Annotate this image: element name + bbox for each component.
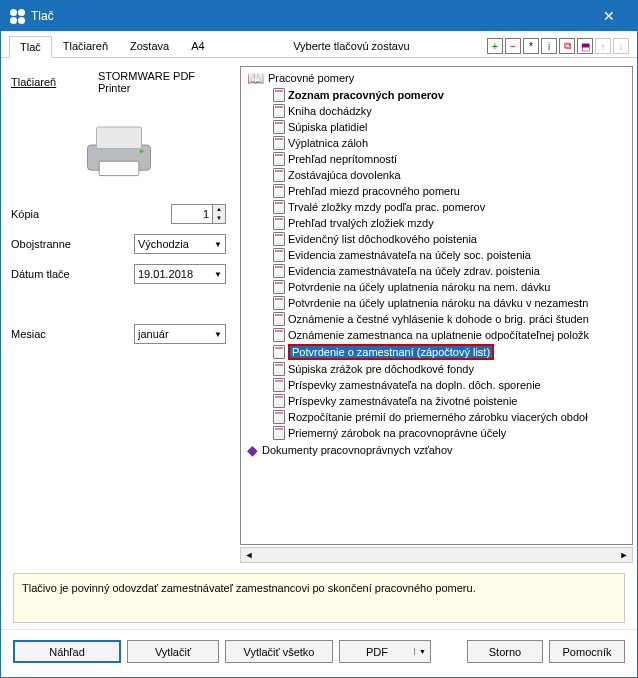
tree-item[interactable]: Potvrdenie na účely uplatnenia nároku na… xyxy=(243,279,630,295)
page-icon xyxy=(273,248,285,262)
tree-item[interactable]: Trvalé zložky mzdy podľa prac. pomerov xyxy=(243,199,630,215)
tree-item[interactable]: Priemerný zárobok na pracovnoprávne účel… xyxy=(243,425,630,441)
tree-item[interactable]: Prehľad trvalých zložiek mzdy xyxy=(243,215,630,231)
print-button[interactable]: Vytlačiť xyxy=(127,640,219,663)
month-label: Mesiac xyxy=(11,328,101,340)
print-dialog: Tlač ✕ Tlač Tlačiareň Zostava A4 Vyberte… xyxy=(0,0,638,678)
titlebar: Tlač ✕ xyxy=(1,1,637,31)
copy-icon[interactable]: ⧉ xyxy=(559,38,575,54)
page-icon xyxy=(273,232,285,246)
svg-rect-2 xyxy=(99,161,139,175)
pdf-button[interactable]: PDF ▼ xyxy=(339,640,431,663)
tab-tlac[interactable]: Tlač xyxy=(9,36,52,58)
tree-item[interactable]: Evidencia zamestnávateľa na účely soc. p… xyxy=(243,247,630,263)
page-icon xyxy=(273,136,285,150)
page-icon xyxy=(273,394,285,408)
tree-item[interactable]: Oznámenie zamestnanca na uplatnenie odpo… xyxy=(243,327,630,343)
page-icon xyxy=(273,152,285,166)
toolbar: + − * i ⧉ ⬒ ↑ ↓ xyxy=(487,38,629,54)
chevron-down-icon: ▼ xyxy=(214,330,222,339)
svg-point-3 xyxy=(139,149,143,153)
remove-icon[interactable]: − xyxy=(505,38,521,54)
tab-tlaciaren[interactable]: Tlačiareň xyxy=(52,35,119,57)
page-icon xyxy=(273,104,285,118)
print-all-button[interactable]: Vytlačiť všetko xyxy=(225,640,333,663)
chevron-down-icon[interactable]: ▼ xyxy=(414,648,430,655)
star-icon[interactable]: * xyxy=(523,38,539,54)
tree-item[interactable]: Potvrdenie na účely uplatnenia nároku na… xyxy=(243,295,630,311)
tree-item[interactable]: Príspevky zamestnávateľa na životné pois… xyxy=(243,393,630,409)
page-icon xyxy=(273,216,285,230)
tree-item[interactable]: Príspevky zamestnávateľa na dopln. dôch.… xyxy=(243,377,630,393)
page-icon xyxy=(273,280,285,294)
date-select[interactable]: 19.01.2018▼ xyxy=(134,264,226,284)
page-icon xyxy=(273,328,285,342)
help-button[interactable]: Pomocník xyxy=(549,640,625,663)
horizontal-scrollbar[interactable]: ◄ ► xyxy=(240,547,633,563)
page-icon xyxy=(273,264,285,278)
tab-row: Tlač Tlačiareň Zostava A4 Vyberte tlačov… xyxy=(1,31,637,58)
tree-item[interactable]: Zostávajúca dovolenka xyxy=(243,167,630,183)
report-tree[interactable]: 📖 Pracovné pomery Zoznam pracovných pome… xyxy=(240,66,633,545)
printer-value: STORMWARE PDF Printer xyxy=(98,70,226,94)
page-icon xyxy=(273,378,285,392)
page-icon xyxy=(273,345,285,359)
preview-button[interactable]: Náhľad xyxy=(13,640,121,663)
tree-item[interactable]: Kniha dochádzky xyxy=(243,103,630,119)
page-icon xyxy=(273,410,285,424)
scroll-right[interactable]: ► xyxy=(616,550,632,560)
page-icon xyxy=(273,120,285,134)
cancel-button[interactable]: Storno xyxy=(467,640,543,663)
tree-item[interactable]: Oznámenie a čestné vyhlásenie k dohode o… xyxy=(243,311,630,327)
footer: Náhľad Vytlačiť Vytlačiť všetko PDF ▼ St… xyxy=(1,629,637,677)
page-icon xyxy=(273,184,285,198)
tree-root[interactable]: 📖 Pracovné pomery xyxy=(243,69,630,87)
page-icon xyxy=(273,296,285,310)
page-icon xyxy=(273,88,285,102)
copies-label: Kópia xyxy=(11,208,101,220)
copies-field[interactable] xyxy=(172,208,212,220)
printer-image xyxy=(64,114,174,184)
month-select[interactable]: január▼ xyxy=(134,324,226,344)
info-icon[interactable]: i xyxy=(541,38,557,54)
down-icon[interactable]: ↓ xyxy=(613,38,629,54)
right-pane: 📖 Pracovné pomery Zoznam pracovných pome… xyxy=(236,58,637,567)
body: Tlačiareň STORMWARE PDF Printer Kópia ▲▼ xyxy=(1,58,637,567)
spin-down[interactable]: ▼ xyxy=(212,214,225,223)
tree-item[interactable]: Zoznam pracovných pomerov xyxy=(243,87,630,103)
close-button[interactable]: ✕ xyxy=(589,1,629,31)
page-icon xyxy=(273,362,285,376)
page-icon xyxy=(273,426,285,440)
app-icon xyxy=(9,8,25,24)
description-box: Tlačivo je povinný odovzdať zamestnávate… xyxy=(13,573,625,623)
tree-item[interactable]: Prehľad miezd pracovného pomeru xyxy=(243,183,630,199)
tree-item[interactable]: Rozpočítanie prémií do priemerného zárob… xyxy=(243,409,630,425)
tree-item[interactable]: Potvrdenie o zamestnaní (zápočtový list) xyxy=(243,343,630,361)
scroll-left[interactable]: ◄ xyxy=(241,550,257,560)
copies-input[interactable]: ▲▼ xyxy=(171,204,226,224)
printer-label[interactable]: Tlačiareň xyxy=(11,76,98,88)
tree-item[interactable]: Evidenčný list dôchodkového poistenia xyxy=(243,231,630,247)
page-icon xyxy=(273,312,285,326)
tree-item[interactable]: Súpiska zrážok pre dôchodkové fondy xyxy=(243,361,630,377)
tree-root2[interactable]: ◆ Dokumenty pracovnoprávnych vzťahov xyxy=(243,441,630,459)
tree-item[interactable]: Evidencia zamestnávateľa na účely zdrav.… xyxy=(243,263,630,279)
layout-icon[interactable]: ⬒ xyxy=(577,38,593,54)
duplex-label: Obojstranne xyxy=(11,238,101,250)
svg-rect-1 xyxy=(96,127,141,149)
tree-item[interactable]: Prehľad neprítomností xyxy=(243,151,630,167)
page-icon xyxy=(273,200,285,214)
tab-a4[interactable]: A4 xyxy=(180,35,215,57)
date-label: Dátum tlače xyxy=(11,268,101,280)
spin-up[interactable]: ▲ xyxy=(212,205,225,214)
chevron-down-icon: ▼ xyxy=(214,270,222,279)
center-label: Vyberte tlačovú zostavu xyxy=(216,40,487,52)
tab-zostava[interactable]: Zostava xyxy=(119,35,180,57)
left-pane: Tlačiareň STORMWARE PDF Printer Kópia ▲▼ xyxy=(1,58,236,567)
window-title: Tlač xyxy=(31,9,589,23)
tree-item[interactable]: Výplatnica záloh xyxy=(243,135,630,151)
add-icon[interactable]: + xyxy=(487,38,503,54)
duplex-select[interactable]: Východzia▼ xyxy=(134,234,226,254)
tree-item[interactable]: Súpiska platidiel xyxy=(243,119,630,135)
up-icon[interactable]: ↑ xyxy=(595,38,611,54)
